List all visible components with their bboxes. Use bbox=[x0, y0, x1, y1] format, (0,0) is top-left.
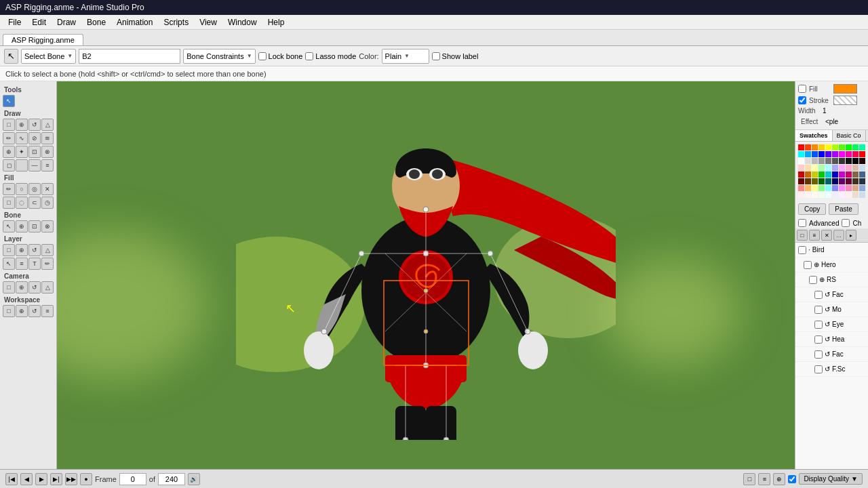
swatch-cell[interactable] bbox=[812, 171, 818, 178]
select-bone-dropdown[interactable]: Select Bone ▼ bbox=[21, 49, 76, 64]
swatch-cell[interactable] bbox=[805, 144, 811, 150]
timeline-play-btn[interactable]: ▶ bbox=[35, 473, 47, 485]
swatch-cell[interactable] bbox=[825, 178, 831, 184]
paste-button[interactable]: Paste bbox=[829, 203, 859, 215]
basic-color-tab[interactable]: Basic Co bbox=[833, 130, 866, 141]
swatch-cell[interactable] bbox=[846, 158, 852, 164]
swatch-cell[interactable] bbox=[798, 158, 804, 164]
swatch-cell[interactable] bbox=[805, 171, 811, 178]
menu-scripts[interactable]: Scripts bbox=[158, 16, 194, 28]
view-btn-3[interactable]: ⊕ bbox=[773, 473, 785, 485]
draw-tool-8[interactable]: ≋ bbox=[41, 132, 54, 144]
copy-button[interactable]: Copy bbox=[798, 203, 826, 215]
fill-checkbox[interactable] bbox=[798, 85, 806, 93]
view-btn-1[interactable]: □ bbox=[743, 473, 755, 485]
swatch-cell[interactable] bbox=[798, 144, 804, 150]
swatch-cell[interactable] bbox=[839, 192, 845, 198]
layer-item-eye[interactable]: ↺ Eye bbox=[795, 317, 868, 332]
swatch-cell[interactable] bbox=[846, 151, 852, 157]
layer-item-hea[interactable]: ↺ Hea bbox=[795, 332, 868, 347]
swatch-cell[interactable] bbox=[832, 151, 838, 157]
layer-vis-hea[interactable] bbox=[814, 336, 823, 344]
timeline-start-btn[interactable]: |◀ bbox=[5, 473, 18, 485]
swatch-cell[interactable] bbox=[805, 158, 811, 164]
draw-tool-4[interactable]: △ bbox=[41, 119, 54, 131]
swatch-cell[interactable] bbox=[852, 185, 859, 191]
swatch-cell[interactable] bbox=[832, 178, 838, 184]
show-label-checkbox[interactable] bbox=[432, 52, 440, 60]
swatch-cell[interactable] bbox=[812, 178, 818, 184]
layer-tool-2[interactable]: ⊕ bbox=[16, 244, 28, 256]
menu-animation[interactable]: Animation bbox=[111, 16, 158, 28]
bone-tool-2[interactable]: ⊕ bbox=[16, 220, 28, 232]
draw-tool-12[interactable]: ⊗ bbox=[41, 146, 54, 158]
draw-tool-3[interactable]: ↺ bbox=[28, 119, 41, 131]
layer-vis-mo[interactable] bbox=[814, 306, 823, 314]
menu-window[interactable]: Window bbox=[222, 16, 262, 28]
swatch-cell[interactable] bbox=[832, 158, 838, 164]
swatch-cell[interactable] bbox=[832, 144, 838, 150]
fill-tool-6[interactable]: ◌ bbox=[16, 197, 28, 209]
swatch-cell[interactable] bbox=[805, 192, 811, 198]
canvas-area[interactable]: ↖ bbox=[57, 81, 795, 469]
swatch-cell[interactable] bbox=[846, 192, 852, 198]
color-mode-dropdown[interactable]: Plain ▼ bbox=[382, 49, 429, 64]
advanced-checkbox[interactable] bbox=[798, 219, 806, 227]
bone-tool-3[interactable]: ⊡ bbox=[28, 220, 41, 232]
layer-tb-btn-5[interactable]: ▸ bbox=[846, 230, 856, 241]
layer-vis-hero[interactable] bbox=[804, 261, 812, 269]
fill-tool-2[interactable]: ○ bbox=[16, 183, 28, 195]
swatch-cell[interactable] bbox=[839, 144, 845, 150]
layer-item-fac2[interactable]: ↺ Fac bbox=[795, 347, 868, 362]
layer-item-fac[interactable]: ↺ Fac bbox=[795, 287, 868, 302]
swatch-cell[interactable] bbox=[839, 178, 845, 184]
layer-tool-6[interactable]: ≡ bbox=[16, 258, 28, 270]
swatch-cell[interactable] bbox=[818, 171, 825, 178]
workspace-tool-1[interactable]: □ bbox=[3, 305, 15, 317]
camera-tool-1[interactable]: □ bbox=[3, 281, 15, 293]
swatch-cell[interactable] bbox=[859, 178, 865, 184]
bone-constraints-dropdown[interactable]: Bone Constraints ▼ bbox=[183, 49, 255, 64]
fill-tool-5[interactable]: □ bbox=[3, 197, 15, 209]
swatch-cell[interactable] bbox=[798, 178, 804, 184]
layer-tb-btn-4[interactable]: … bbox=[833, 230, 844, 241]
swatch-cell[interactable] bbox=[832, 171, 838, 178]
swatch-cell[interactable] bbox=[825, 151, 831, 157]
frame-input[interactable] bbox=[119, 473, 146, 485]
swatch-cell[interactable] bbox=[859, 165, 865, 171]
menu-file[interactable]: File bbox=[3, 16, 26, 28]
ch-checkbox[interactable] bbox=[842, 219, 850, 227]
layer-tool-5[interactable]: ↖ bbox=[3, 258, 15, 270]
bone-tool-1[interactable]: ↖ bbox=[3, 220, 15, 232]
swatch-cell[interactable] bbox=[832, 192, 838, 198]
swatch-cell[interactable] bbox=[812, 192, 818, 198]
swatch-cell[interactable] bbox=[859, 171, 865, 178]
menu-edit[interactable]: Edit bbox=[26, 16, 52, 28]
swatch-cell[interactable] bbox=[825, 185, 831, 191]
swatch-cell[interactable] bbox=[846, 144, 852, 150]
swatch-cell[interactable] bbox=[859, 144, 865, 150]
select-tool[interactable]: ↖ bbox=[3, 95, 15, 107]
swatch-cell[interactable] bbox=[846, 165, 852, 171]
swatch-cell[interactable] bbox=[852, 158, 859, 164]
swatch-cell[interactable] bbox=[798, 165, 804, 171]
file-tab[interactable]: ASP Rigging.anme bbox=[3, 34, 83, 45]
audio-btn[interactable]: 🔊 bbox=[188, 473, 200, 485]
layer-item-bird[interactable]: · Bird bbox=[795, 243, 868, 258]
fill-tool-1[interactable]: ✏ bbox=[3, 183, 15, 195]
swatch-cell[interactable] bbox=[852, 178, 859, 184]
lock-bone-checkbox[interactable] bbox=[258, 52, 267, 60]
swatch-cell[interactable] bbox=[839, 165, 845, 171]
workspace-tool-2[interactable]: ⊕ bbox=[16, 305, 28, 317]
swatch-cell[interactable] bbox=[839, 171, 845, 178]
draw-tool-7[interactable]: ⊘ bbox=[28, 132, 41, 144]
swatch-cell[interactable] bbox=[818, 144, 825, 150]
draw-tool-11[interactable]: ⊡ bbox=[28, 146, 41, 158]
layer-vis-fsc[interactable] bbox=[814, 365, 823, 373]
camera-tool-2[interactable]: ⊕ bbox=[16, 281, 28, 293]
draw-tool-15[interactable]: — bbox=[28, 159, 41, 171]
draw-tool-2[interactable]: ⊕ bbox=[16, 119, 28, 131]
layer-vis-eye[interactable] bbox=[814, 321, 823, 329]
menu-draw[interactable]: Draw bbox=[52, 16, 81, 28]
fill-tool-3[interactable]: ◎ bbox=[28, 183, 41, 195]
